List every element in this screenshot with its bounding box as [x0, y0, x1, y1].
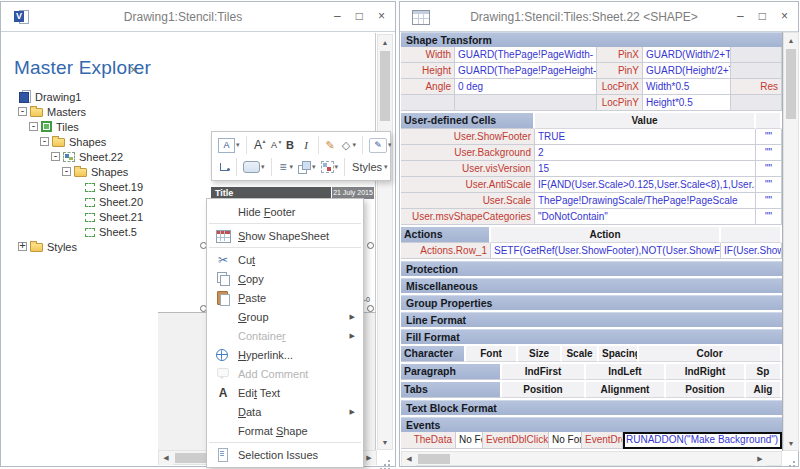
toolbar-bring-forward-button[interactable]: ▾ [296, 157, 318, 177]
menu-item-format-shape[interactable]: Format Shape [207, 421, 363, 440]
cell-label[interactable]: PinX [597, 47, 643, 63]
toolbar-styles-button[interactable]: Styles▾ [349, 157, 389, 177]
toolbar-format-painter-button[interactable] [323, 135, 338, 155]
cell-label[interactable] [731, 63, 782, 79]
master-explorer-close-icon[interactable]: × [130, 63, 137, 77]
section-header-paragraph[interactable]: Paragraph [401, 364, 502, 380]
menu-item-group[interactable]: Group▶ [207, 307, 363, 326]
section-header-text-block-format[interactable]: Text Block Format [401, 400, 782, 415]
cell-value[interactable]: TRUE [535, 129, 756, 145]
cell-value[interactable]: Height*0.5 [643, 95, 731, 111]
collapse-icon[interactable]: - [29, 122, 38, 131]
column-header[interactable]: Size [518, 346, 562, 362]
section-header-protection[interactable]: Protection [401, 261, 782, 276]
cell-value[interactable]: GUARD(ThePage!PageHeight- [455, 63, 597, 79]
cell-value[interactable]: GUARD(Height/2+T [643, 63, 731, 79]
cell-label[interactable]: User.Scale [401, 193, 535, 209]
toolbar-line-pen-button[interactable]: ▾ [367, 135, 394, 155]
maximize-icon[interactable]: □ [356, 9, 363, 23]
column-header[interactable]: Alignment [586, 382, 666, 398]
cell-label[interactable]: Angle [401, 79, 455, 95]
column-header[interactable]: Font [466, 346, 518, 362]
vertical-scroll-thumb[interactable] [380, 51, 390, 121]
column-header[interactable]: Scale [562, 346, 599, 362]
cell-label[interactable]: User.visVersion [401, 161, 535, 177]
section-header-actions[interactable]: Actions [401, 227, 491, 243]
close-icon[interactable]: × [781, 9, 788, 23]
cell-label[interactable] [401, 95, 455, 111]
cell-value[interactable]: "DoNotContain" [535, 209, 756, 225]
menu-item-data[interactable]: Data▶ [207, 402, 363, 421]
cell-label[interactable]: LocPinX [597, 79, 643, 95]
cell-value[interactable]: 2 [535, 145, 756, 161]
cell-value[interactable]: "" [756, 177, 782, 193]
stencil-window-titlebar[interactable]: Drawing1:Stencil:Tiles – □ × [1, 2, 395, 32]
tree-item-tiles[interactable]: -Tiles [5, 119, 155, 134]
column-header[interactable]: Spacing [599, 346, 639, 362]
tree-item-masters[interactable]: -Masters [5, 104, 155, 119]
collapse-icon[interactable]: - [51, 152, 60, 161]
column-header[interactable]: IndRight [666, 364, 746, 380]
sheet-vertical-scrollbar[interactable]: ▲ ▼ [783, 32, 799, 451]
tree-item-sheet-21[interactable]: Sheet.21 [5, 209, 155, 224]
cell-value[interactable]: No For [549, 432, 582, 449]
column-header[interactable]: Alig [746, 382, 782, 398]
resize-grip[interactable] [379, 451, 393, 464]
scroll-up-icon[interactable]: ▲ [784, 33, 798, 47]
tree-item-sheet-5[interactable]: Sheet.5 [5, 224, 155, 239]
sheet-horizontal-scrollbar[interactable]: ◀ ▶ [401, 451, 782, 466]
toolbar-grow-font-button[interactable] [251, 135, 266, 155]
menu-item-cut[interactable]: Cut [207, 250, 363, 269]
toolbar-italic-button[interactable] [299, 135, 314, 155]
tree-item-shapes[interactable]: -Shapes [5, 164, 155, 179]
section-header-shape-transform[interactable]: Shape Transform [401, 32, 782, 47]
collapse-icon[interactable]: - [40, 137, 49, 146]
toolbar-shape-combine-button[interactable]: ▾ [339, 135, 359, 155]
menu-item-selection-issues[interactable]: Selection Issues [207, 445, 363, 464]
maximize-icon[interactable]: □ [759, 9, 766, 23]
cell-value[interactable]: "" [756, 209, 782, 225]
tree-item-drawing1[interactable]: Drawing1 [5, 89, 155, 104]
cell-label[interactable]: User.ShowFooter [401, 129, 535, 145]
column-header[interactable]: Sp [746, 364, 782, 380]
cell-value[interactable]: "" [756, 193, 782, 209]
cell-label[interactable]: User.msvShapeCategories [401, 209, 535, 225]
toolbar-container-button[interactable]: ▾ [241, 157, 267, 177]
cell-label[interactable]: Actions.Row_1 [401, 243, 491, 259]
toolbar-font-style-button[interactable]: ▾ [216, 135, 242, 155]
scroll-left-icon[interactable]: ◀ [402, 452, 416, 466]
column-header[interactable]: Action [491, 227, 721, 243]
cell-label[interactable]: Width [401, 47, 455, 63]
tree-item-shapes[interactable]: -Shapes [5, 134, 155, 149]
tree-item-sheet-20[interactable]: Sheet.20 [5, 194, 155, 209]
cell-label[interactable] [731, 47, 782, 63]
section-header-tabs[interactable]: Tabs [401, 382, 502, 398]
tree-item-sheet-19[interactable]: Sheet.19 [5, 179, 155, 194]
tree-item-styles[interactable]: +Styles [5, 239, 155, 254]
menu-item-paste[interactable]: Paste [207, 288, 363, 307]
minimize-icon[interactable]: – [737, 9, 744, 23]
column-header[interactable]: IndLeft [586, 364, 666, 380]
tree-item-sheet-22[interactable]: -Sheet.22 [5, 149, 155, 164]
selection-handle[interactable] [367, 242, 374, 249]
column-header[interactable]: IndFirst [502, 364, 586, 380]
cell-value[interactable] [455, 95, 597, 111]
close-icon[interactable]: × [378, 9, 385, 23]
section-header-miscellaneous[interactable]: Miscellaneous [401, 278, 782, 293]
section-header-line-format[interactable]: Line Format [401, 312, 782, 327]
column-header[interactable]: Position [502, 382, 586, 398]
scroll-left-icon[interactable]: ◀ [159, 451, 173, 465]
scroll-down-icon[interactable]: ▼ [784, 436, 798, 450]
column-header[interactable] [721, 227, 782, 243]
cell-label[interactable]: User.AntiScale [401, 177, 535, 193]
collapse-icon[interactable]: - [62, 167, 71, 176]
toolbar-group-button[interactable]: ▾ [319, 157, 341, 177]
toolbar-indent-button[interactable]: ▾ [276, 157, 296, 177]
cell-value[interactable]: GUARD(Width/2+Th [643, 47, 731, 63]
cell-value[interactable]: "" [756, 129, 782, 145]
scroll-right-icon[interactable]: ▶ [362, 451, 376, 465]
menu-item-hide-footer[interactable]: Hide Footer [207, 202, 363, 221]
section-header-character[interactable]: Character [401, 346, 466, 362]
cell-value[interactable]: IF(AND(User.Scale>0.125,User.Scale<8),1,… [535, 177, 756, 193]
menu-item-copy[interactable]: Copy [207, 269, 363, 288]
